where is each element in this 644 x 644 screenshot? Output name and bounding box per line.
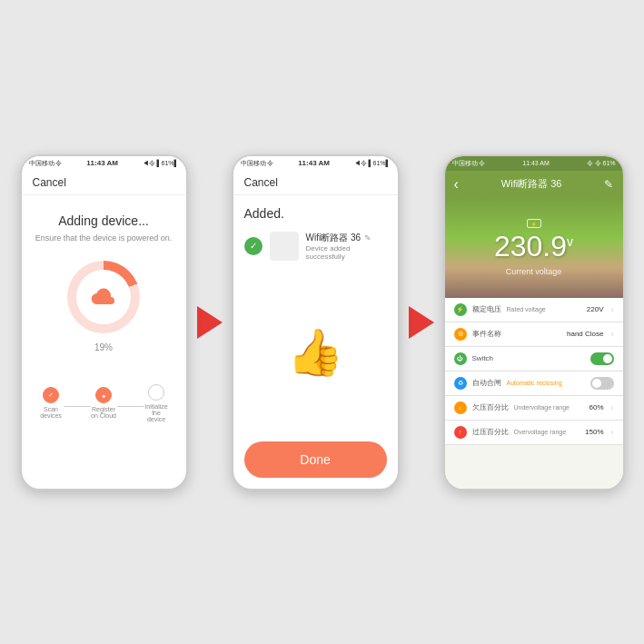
auto-toggle[interactable] (590, 377, 614, 390)
voltage-reading: 230.9 v (494, 230, 573, 263)
phone3-status-left: 中国移动 令 (452, 159, 486, 168)
step-register: ● Registeron Cloud (91, 387, 117, 419)
phone1-status-right: ◀令 ▌61%▌ (143, 159, 179, 168)
phone3-back-button[interactable]: ‹ (454, 176, 459, 193)
setting-row-event[interactable]: ⚙ 事件名称 hand Close › (445, 322, 623, 347)
device-name-row: Wifi断路器 36 ✎ (306, 232, 387, 244)
setting-en-voltage: Rated voltage (507, 306, 581, 312)
setting-icon-event: ⚙ (454, 328, 467, 341)
setting-icon-over: ↑ (454, 426, 467, 439)
voltage-label: Current voltage (506, 267, 562, 276)
phones-row: 中国移动 令 11:43 AM ◀令 ▌61%▌ Cancel Adding d… (2, 136, 643, 509)
step-scan-circle: ✓ (43, 387, 59, 403)
step-scan: ✓ Scandevices (38, 387, 64, 419)
phone-1: 中国移动 令 11:43 AM ◀令 ▌61%▌ Cancel Adding d… (20, 154, 188, 490)
setting-icon-voltage: ⚡ (454, 303, 467, 316)
step-line-1 (64, 406, 91, 408)
phone-2: 中国移动 令 11:43 AM ◀令 ▌61%▌ Cancel Added. ✓… (232, 154, 400, 490)
setting-cn-over: 过压百分比 (472, 427, 509, 437)
device-row: ✓ Wifi断路器 36 ✎ Device added successfully (244, 232, 387, 261)
setting-row-switch[interactable]: ⏻ Switch (445, 347, 623, 372)
circle-bg (67, 261, 140, 333)
setting-cn-switch: Switch (472, 354, 500, 362)
setting-row-over[interactable]: ↑ 过压百分比 Overvoltage range 150% › (445, 421, 623, 445)
device-edit-icon[interactable]: ✎ (364, 233, 372, 243)
power-indicator-icon: ⚡ (527, 219, 541, 228)
settings-list: ⚡ 额定电压 Rated voltage 220V › ⚙ 事件名称 hand … (445, 298, 623, 489)
phone2-status-left: 中国移动 令 (241, 159, 274, 168)
phone-3: 中国移动 令 11:43 AM 令 令 61% ‹ Wifi断路器 36 ✎ ⚡… (443, 154, 625, 490)
adding-device-subtitle: Ensure that the device is powered on. (35, 233, 173, 243)
phone2-content: Added. ✓ Wifi断路器 36 ✎ Device added succe… (233, 195, 398, 489)
thumbs-up-icon: 👍 (287, 326, 343, 379)
setting-cn-auto: 自动合闸 (472, 378, 501, 388)
chevron-voltage: › (611, 305, 614, 314)
device-info: Wifi断路器 36 ✎ Device added successfully (306, 232, 387, 261)
arrow-1 (197, 306, 223, 339)
phone1-cancel-button[interactable]: Cancel (33, 176, 66, 189)
step-initialize-circle (148, 384, 164, 401)
setting-value-over: 150% (585, 428, 603, 436)
steps-container: ✓ Scandevices ● Registeron Cloud Initial… (31, 384, 177, 422)
setting-icon-under: ↓ (454, 401, 467, 414)
added-area: Added. ✓ Wifi断路器 36 ✎ Device added succe… (233, 195, 398, 489)
thumbs-area: 👍 (244, 264, 387, 441)
phone1-header: Cancel (22, 171, 186, 195)
setting-row-auto[interactable]: ♻ 自动合闸 Automatic reclosing (445, 372, 623, 396)
red-arrow-1 (197, 306, 223, 339)
voltage-unit: v (567, 234, 573, 249)
chevron-over: › (611, 428, 614, 437)
setting-value-under: 60% (589, 403, 603, 411)
device-added-text: Device added successfully (306, 244, 387, 261)
arrow-2 (409, 306, 434, 339)
step-scan-label: Scandevices (40, 406, 62, 419)
phone3-title: Wifi断路器 36 (501, 177, 562, 191)
setting-en-over: Overvoltage range (514, 429, 580, 435)
setting-en-auto: Automatic reclosing (507, 380, 585, 386)
cloud-icon (89, 282, 118, 312)
chevron-event: › (611, 330, 614, 339)
phone2-status-bar: 中国移动 令 11:43 AM ◀令 ▌61%▌ (233, 156, 398, 171)
device-name-text: Wifi断路器 36 (306, 232, 362, 244)
progress-circle (67, 261, 140, 333)
phone2-status-right: ◀令 ▌61%▌ (354, 159, 391, 168)
step-initialize-label: Initializethe device (144, 403, 170, 422)
phone1-status-left: 中国移动 令 (29, 159, 63, 168)
phone3-header: ‹ Wifi断路器 36 ✎ (445, 171, 623, 198)
voltage-value: 230.9 (494, 230, 567, 263)
done-button[interactable]: Done (244, 441, 387, 478)
phone2-status-center: 11:43 AM (298, 159, 330, 167)
device-image (270, 232, 299, 261)
setting-icon-auto: ♻ (454, 377, 467, 390)
setting-row-under[interactable]: ↓ 欠压百分比 Undervoltage range 60% › (445, 396, 623, 421)
step-register-circle: ● (95, 387, 112, 403)
step-initialize: Initializethe device (144, 384, 170, 422)
setting-icon-switch: ⏻ (454, 352, 467, 365)
phone3-status-center: 11:43 AM (522, 160, 550, 166)
device-check-icon: ✓ (244, 237, 263, 255)
setting-en-under: Undervoltage range (514, 404, 584, 411)
switch-toggle[interactable] (590, 352, 614, 365)
setting-cn-event: 事件名称 (472, 329, 501, 339)
phone3-edit-button[interactable]: ✎ (604, 178, 613, 191)
phone3-status-bar: 中国移动 令 11:43 AM 令 令 61% (445, 156, 623, 171)
phone2-cancel-button[interactable]: Cancel (244, 176, 278, 189)
phone3-status-right: 令 令 61% (587, 159, 616, 168)
main-container: 中国移动 令 11:43 AM ◀令 ▌61%▌ Cancel Adding d… (0, 0, 644, 644)
added-title: Added. (244, 206, 387, 221)
setting-cn-under: 欠压百分比 (472, 402, 509, 412)
setting-cn-voltage: 额定电压 (472, 304, 501, 314)
circle-inner (76, 270, 131, 324)
phone1-content: Adding device... Ensure that the device … (22, 195, 186, 489)
phone1-status-center: 11:43 AM (86, 159, 118, 167)
step-register-label: Registeron Cloud (91, 406, 116, 419)
setting-row-rated-voltage[interactable]: ⚡ 额定电压 Rated voltage 220V › (445, 298, 623, 322)
adding-device-title: Adding device... (58, 213, 149, 228)
red-arrow-2 (409, 306, 434, 339)
chevron-under: › (611, 403, 614, 412)
step-line-2 (117, 406, 144, 408)
setting-value-voltage: 220V (587, 305, 604, 313)
phone2-header: Cancel (233, 171, 398, 195)
voltage-display: ⚡ 230.9 v Current voltage (445, 198, 623, 298)
setting-value-event: hand Close (567, 330, 603, 338)
